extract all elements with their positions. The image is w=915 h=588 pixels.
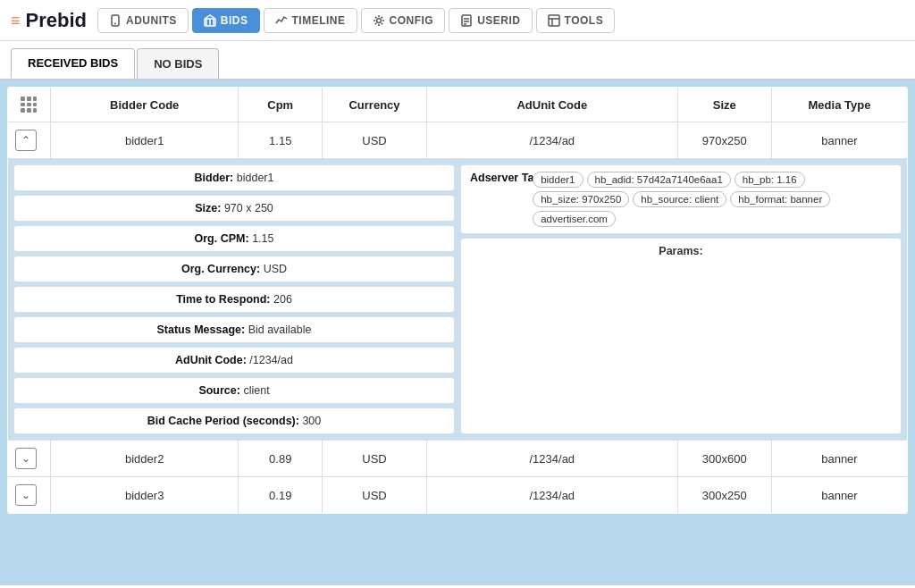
info-size: Size: 970 x 250 <box>13 195 455 222</box>
adunit-cell: /1234/ad <box>426 122 677 159</box>
grid-dot <box>33 97 38 101</box>
expanded-detail-cell: Bidder: bidder1 Size: 970 x 250 Org. CPM… <box>8 159 908 441</box>
nav-bids-button[interactable]: BIDS <box>192 8 260 33</box>
params-box: Params: <box>460 238 902 434</box>
bank-icon <box>204 14 216 27</box>
tag-advertiser: advertiser.com <box>533 211 616 227</box>
row-chevron-cell: ⌄ <box>8 441 51 477</box>
main-content: Bidder Code Cpm Currency AdUnit Code Siz… <box>0 80 915 585</box>
expanded-right-panel: Adserver Targeting: bidder1 hb_adid: 57d… <box>460 164 902 434</box>
nav-tools-button[interactable]: TOOLS <box>536 8 616 33</box>
cpm-cell: 0.89 <box>239 441 323 477</box>
svg-rect-11 <box>549 15 559 26</box>
targeting-box: Adserver Targeting: bidder1 hb_adid: 57d… <box>460 164 902 234</box>
table-row: ⌃ bidder1 1.15 USD /1234/ad 970x250 bann… <box>8 122 908 159</box>
expand-button[interactable]: ⌄ <box>15 484 37 506</box>
tag-hb-pb: hb_pb: 1.16 <box>735 172 805 188</box>
mediatype-cell: banner <box>771 441 907 477</box>
bidder-code-cell: bidder2 <box>50 441 239 477</box>
th-bidder-code: Bidder Code <box>50 88 239 122</box>
bidder-code-cell: bidder1 <box>50 122 239 159</box>
tag-hb-adid: hb_adid: 57d42a7140e6aa1 <box>587 172 731 188</box>
gear-icon <box>373 14 385 27</box>
grid-dot <box>21 97 25 101</box>
currency-cell: USD <box>323 122 427 159</box>
size-cell: 300x600 <box>677 441 771 477</box>
row-chevron-cell: ⌄ <box>8 477 51 514</box>
nav-config-button[interactable]: CONFIG <box>361 8 446 33</box>
table-header-row: Bidder Code Cpm Currency AdUnit Code Siz… <box>8 88 908 122</box>
size-cell: 970x250 <box>677 122 771 159</box>
expanded-detail-row: Bidder: bidder1 Size: 970 x 250 Org. CPM… <box>8 159 908 441</box>
tab-no-bids[interactable]: NO BIDS <box>137 48 219 79</box>
grid-dot <box>27 103 31 107</box>
bidder-code-cell: bidder3 <box>50 477 239 514</box>
tag-hb-size: hb_size: 970x250 <box>533 191 629 207</box>
svg-point-6 <box>376 18 381 22</box>
tag-hb-source: hb_source: client <box>633 191 726 207</box>
nav-adunits-button[interactable]: ADUNITS <box>97 8 189 33</box>
cpm-cell: 1.15 <box>239 122 323 159</box>
targeting-tags: bidder1 hb_adid: 57d42a7140e6aa1 hb_pb: … <box>533 172 892 227</box>
th-adunit-code: AdUnit Code <box>426 88 677 122</box>
info-status-message: Status Message: Bid available <box>13 316 455 343</box>
table-row: ⌄ bidder2 0.89 USD /1234/ad 300x600 bann… <box>8 441 908 477</box>
mediatype-cell: banner <box>771 122 907 159</box>
targeting-label: Adserver Targeting: <box>470 172 527 227</box>
info-bidder: Bidder: bidder1 <box>13 164 455 191</box>
nav-timeline-button[interactable]: TIMELINE <box>264 8 357 33</box>
currency-cell: USD <box>323 441 427 477</box>
info-adunit-code: AdUnit Code: /1234/ad <box>13 347 455 374</box>
hamburger-icon[interactable]: ≡ <box>11 13 21 29</box>
collapse-button[interactable]: ⌃ <box>15 130 37 151</box>
bids-table: Bidder Code Cpm Currency AdUnit Code Siz… <box>7 87 908 514</box>
cpm-cell: 0.19 <box>239 477 323 514</box>
size-cell: 300x250 <box>677 477 771 514</box>
th-grid <box>8 88 51 122</box>
row-chevron-cell: ⌃ <box>8 122 51 159</box>
grid-dot <box>27 97 31 101</box>
brand: ≡ Prebid <box>11 9 87 32</box>
grid-dot <box>33 108 38 113</box>
tab-received-bids[interactable]: RECEIVED BIDS <box>11 48 135 79</box>
info-org-cpm: Org. CPM: 1.15 <box>13 225 455 252</box>
th-media-type: Media Type <box>771 88 907 122</box>
mediatype-cell: banner <box>771 477 907 514</box>
th-cpm: Cpm <box>239 88 323 122</box>
th-currency: Currency <box>323 88 427 122</box>
grid-dot <box>21 103 25 107</box>
navbar: ≡ Prebid ADUNITS BIDS TIMELINE CONFIG US… <box>0 0 915 41</box>
grid-dot <box>27 108 31 113</box>
adunit-cell: /1234/ad <box>426 477 677 514</box>
grid-dot <box>21 108 25 113</box>
table-icon <box>548 14 560 27</box>
info-org-currency: Org. Currency: USD <box>13 256 455 282</box>
grid-dot <box>33 103 38 107</box>
expand-button[interactable]: ⌄ <box>15 448 37 469</box>
table-row: ⌄ bidder3 0.19 USD /1234/ad 300x250 bann… <box>8 477 908 514</box>
doc-icon <box>460 14 473 27</box>
nav-userid-button[interactable]: USERID <box>449 8 532 33</box>
th-size: Size <box>677 88 771 122</box>
expanded-left-panel: Bidder: bidder1 Size: 970 x 250 Org. CPM… <box>13 164 455 434</box>
currency-cell: USD <box>323 477 427 514</box>
info-time-respond: Time to Respond: 206 <box>13 286 455 313</box>
adunit-cell: /1234/ad <box>426 441 677 477</box>
tag-hb-format: hb_format: banner <box>730 191 830 207</box>
tag-bidder1: bidder1 <box>533 172 583 188</box>
info-bid-cache: Bid Cache Period (seconds): 300 <box>13 407 455 434</box>
chart-icon <box>275 14 288 27</box>
tabs-bar: RECEIVED BIDS NO BIDS <box>0 41 915 80</box>
info-source: Source: client <box>13 377 455 404</box>
brand-name: Prebid <box>26 9 87 32</box>
grid-icon <box>21 97 37 113</box>
expanded-content: Bidder: bidder1 Size: 970 x 250 Org. CPM… <box>8 159 907 440</box>
mobile-icon <box>109 14 122 27</box>
